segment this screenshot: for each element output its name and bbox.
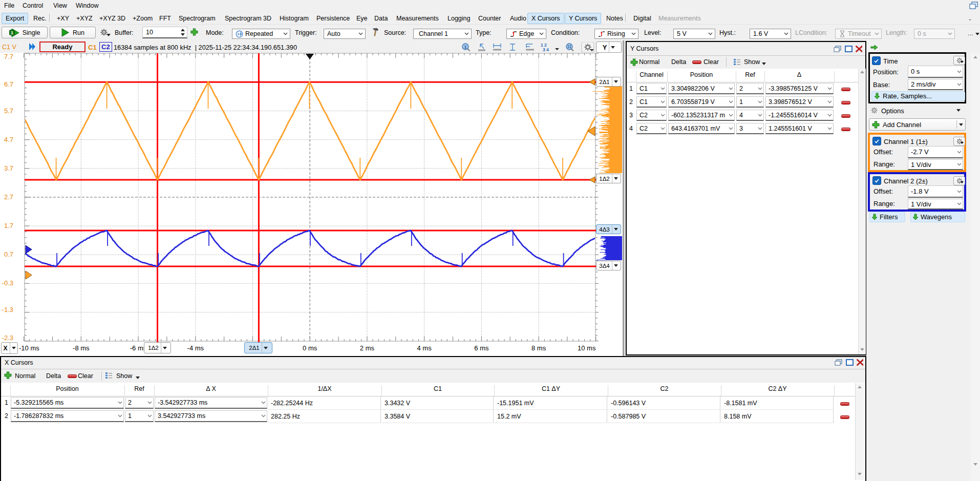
svg-text:1: 1: [11, 30, 13, 35]
svg-text:1: 1: [464, 45, 466, 50]
svg-text:3 4: 3 4: [543, 47, 549, 52]
